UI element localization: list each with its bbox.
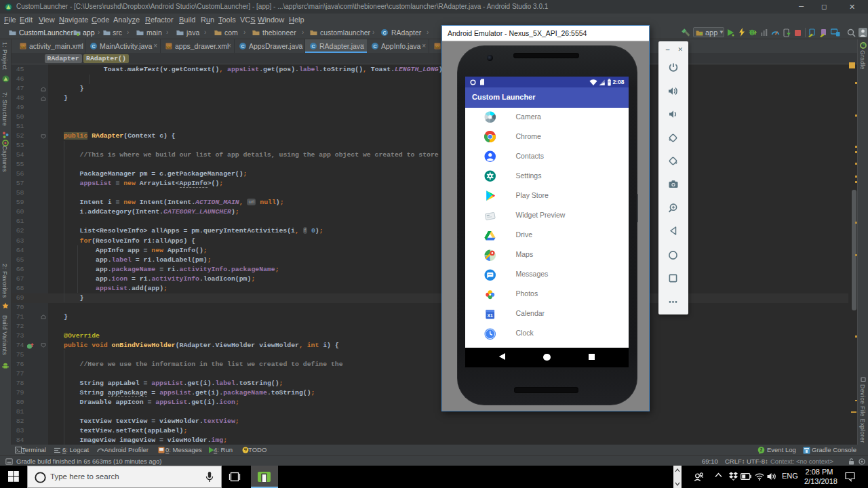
svg-text:C: C bbox=[382, 30, 386, 35]
svg-text:C: C bbox=[241, 44, 244, 49]
svg-text:2: 2 bbox=[760, 447, 763, 452]
svg-text:31: 31 bbox=[488, 312, 493, 318]
svg-text:C: C bbox=[373, 44, 376, 49]
svg-text:</>: </> bbox=[167, 45, 172, 49]
svg-text:</>: </> bbox=[21, 45, 26, 49]
svg-text:C: C bbox=[311, 44, 315, 49]
svg-text:C: C bbox=[92, 44, 95, 49]
svg-text:</>: </> bbox=[435, 45, 440, 49]
